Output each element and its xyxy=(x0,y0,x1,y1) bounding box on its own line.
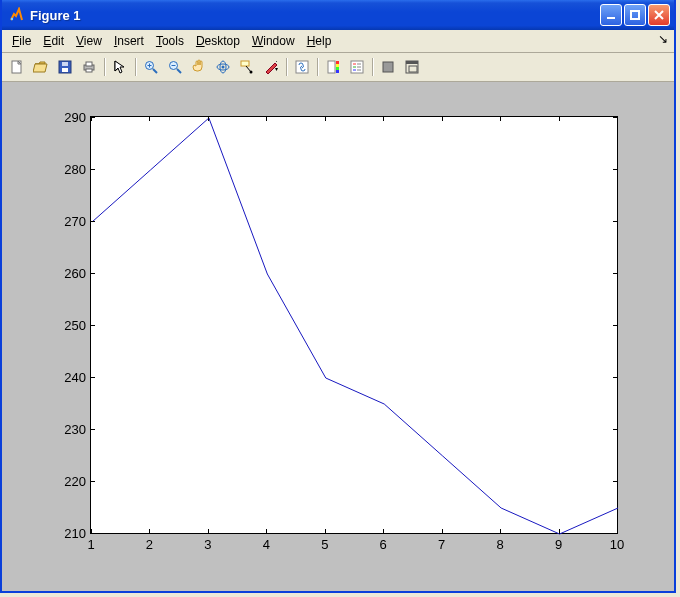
menu-insert[interactable]: Insert xyxy=(108,32,150,50)
y-tick-mark xyxy=(90,325,95,326)
x-tick-label: 7 xyxy=(430,537,454,552)
x-tick-label: 3 xyxy=(196,537,220,552)
legend-icon xyxy=(349,59,365,75)
y-tick-label: 250 xyxy=(54,318,86,333)
window-title: Figure 1 xyxy=(30,8,600,23)
x-tick-mark xyxy=(500,116,501,121)
y-tick-label: 290 xyxy=(54,110,86,125)
x-tick-mark xyxy=(325,529,326,534)
svg-marker-23 xyxy=(275,68,278,71)
y-tick-label: 270 xyxy=(54,214,86,229)
y-tick-mark xyxy=(90,377,95,378)
x-tick-mark xyxy=(500,529,501,534)
svg-rect-9 xyxy=(86,69,92,72)
y-tick-mark xyxy=(613,273,618,274)
maximize-button[interactable] xyxy=(624,4,646,26)
y-tick-label: 240 xyxy=(54,370,86,385)
menu-desktop[interactable]: Desktop xyxy=(190,32,246,50)
x-tick-label: 5 xyxy=(313,537,337,552)
hide-tools-button[interactable] xyxy=(377,56,399,78)
y-tick-mark xyxy=(613,325,618,326)
legend-button[interactable] xyxy=(346,56,368,78)
x-tick-mark xyxy=(208,116,209,121)
y-tick-label: 220 xyxy=(54,474,86,489)
menu-window[interactable]: Window xyxy=(246,32,301,50)
svg-rect-27 xyxy=(336,64,339,67)
y-tick-mark xyxy=(90,429,95,430)
colorbar-button[interactable] xyxy=(322,56,344,78)
figure-window: Figure 1 FileEditViewInsertToolsDesktopW… xyxy=(0,0,676,593)
line-series xyxy=(92,118,618,534)
svg-point-22 xyxy=(250,71,253,74)
svg-rect-1 xyxy=(607,17,615,19)
y-tick-mark xyxy=(90,481,95,482)
x-tick-mark xyxy=(559,116,560,121)
save-button[interactable] xyxy=(54,56,76,78)
svg-rect-28 xyxy=(336,67,339,70)
new-figure-icon xyxy=(9,59,25,75)
link-plot-icon xyxy=(294,59,310,75)
edit-plot-icon xyxy=(112,59,128,75)
pan-button[interactable] xyxy=(188,56,210,78)
minimize-button[interactable] xyxy=(600,4,622,26)
window-controls xyxy=(600,4,670,26)
save-icon xyxy=(57,59,73,75)
open-icon xyxy=(33,59,49,75)
svg-rect-37 xyxy=(383,62,393,72)
x-tick-label: 10 xyxy=(605,537,629,552)
plot-svg xyxy=(91,117,619,535)
x-tick-mark xyxy=(559,529,560,534)
svg-point-19 xyxy=(222,66,225,69)
svg-rect-8 xyxy=(86,62,92,66)
svg-rect-39 xyxy=(406,61,418,64)
pan-icon xyxy=(191,59,207,75)
x-tick-label: 8 xyxy=(488,537,512,552)
matlab-icon xyxy=(8,7,24,23)
titlebar[interactable]: Figure 1 xyxy=(2,0,674,30)
menu-tools[interactable]: Tools xyxy=(150,32,190,50)
toolbar xyxy=(2,53,674,82)
svg-rect-6 xyxy=(62,62,68,66)
y-tick-mark xyxy=(613,221,618,222)
colorbar-icon xyxy=(325,59,341,75)
zoom-in-button[interactable] xyxy=(140,56,162,78)
zoom-out-icon xyxy=(167,59,183,75)
dock-button[interactable] xyxy=(401,56,423,78)
x-tick-mark xyxy=(149,529,150,534)
x-tick-label: 9 xyxy=(547,537,571,552)
zoom-out-button[interactable] xyxy=(164,56,186,78)
y-tick-mark xyxy=(613,481,618,482)
x-tick-mark xyxy=(617,529,618,534)
edit-plot-button[interactable] xyxy=(109,56,131,78)
menu-view[interactable]: View xyxy=(70,32,108,50)
link-plot-button[interactable] xyxy=(291,56,313,78)
toolbar-separator xyxy=(284,56,289,78)
y-tick-mark xyxy=(90,273,95,274)
x-tick-label: 6 xyxy=(371,537,395,552)
x-tick-mark xyxy=(383,116,384,121)
menu-help[interactable]: Help xyxy=(301,32,338,50)
menu-edit[interactable]: Edit xyxy=(37,32,70,50)
svg-rect-29 xyxy=(336,70,339,73)
y-tick-label: 260 xyxy=(54,266,86,281)
svg-rect-2 xyxy=(631,11,639,19)
x-tick-label: 2 xyxy=(137,537,161,552)
x-tick-label: 1 xyxy=(79,537,103,552)
menubar: FileEditViewInsertToolsDesktopWindowHelp… xyxy=(2,30,674,53)
x-tick-mark xyxy=(442,529,443,534)
brush-button[interactable] xyxy=(260,56,282,78)
x-tick-mark xyxy=(266,116,267,121)
data-cursor-button[interactable] xyxy=(236,56,258,78)
data-cursor-icon xyxy=(239,59,255,75)
open-button[interactable] xyxy=(30,56,52,78)
print-button[interactable] xyxy=(78,56,100,78)
print-icon xyxy=(81,59,97,75)
brush-icon xyxy=(263,59,279,75)
svg-rect-20 xyxy=(241,61,249,66)
rotate-3d-button[interactable] xyxy=(212,56,234,78)
new-figure-button[interactable] xyxy=(6,56,28,78)
dock-arrow-icon[interactable]: ↘ xyxy=(658,32,668,46)
close-button[interactable] xyxy=(648,4,670,26)
menu-file[interactable]: File xyxy=(6,32,37,50)
x-tick-mark xyxy=(266,529,267,534)
